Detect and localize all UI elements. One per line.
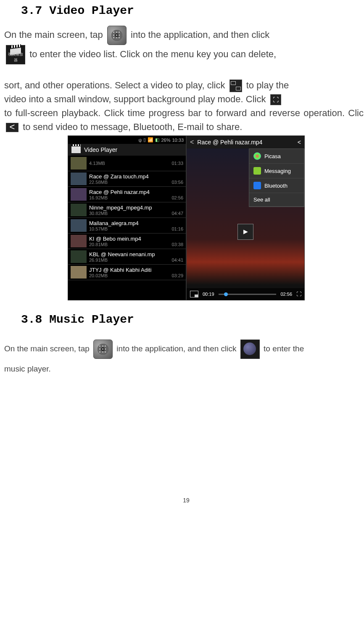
fullscreen-icon: ⛶ (270, 94, 281, 105)
screenshot-video-playing: < Race @ Pehli nazar.mp4 < Picasa Messag… (186, 135, 305, 300)
video-list-item[interactable]: JTYJ @ Kabhi Kabhi Aditi 20.02MB03:29 (68, 265, 186, 280)
text: video into a small window, support backg… (4, 94, 269, 104)
screenshot-row: ψ ▯ 📶 ◧ 26% 10:33 Video Player 4.13MB01:… (4, 135, 364, 300)
video-list-item[interactable]: Mallana_alegra.mp4 10.57MB01:16 (68, 218, 186, 234)
video-size: 10.57MB (89, 226, 108, 231)
video-name: Ninne_mpeg4_mpeg4.mp (89, 204, 183, 211)
play-button[interactable]: ▶ (237, 224, 253, 240)
text: into the application, and then click (116, 344, 238, 353)
clock: 10:33 (172, 138, 184, 143)
text: to full-screen playback. Click time prog… (4, 108, 364, 118)
text: to play the (246, 80, 289, 90)
share-option-see-all[interactable]: See all (249, 193, 304, 207)
text: On the main screen, tap (4, 29, 106, 40)
video-duration: 04:47 (171, 211, 183, 216)
share-option-messaging[interactable]: Messaging (249, 164, 304, 178)
video-duration: 03:29 (171, 273, 183, 278)
time-total: 02:56 (280, 292, 292, 297)
video-list-item[interactable]: Ninne_mpeg4_mpeg4.mp 30.82MB04:47 (68, 202, 186, 218)
video-list-item[interactable]: KI @ Bebo mein.mp4 20.81MB03:38 (68, 234, 186, 249)
time-current: 00:19 (203, 292, 214, 297)
battery-pct: 26% (161, 138, 170, 143)
app-header: Video Player (68, 144, 186, 156)
video-thumbnail (71, 188, 87, 201)
text: to enter the video list. Click on the me… (29, 49, 276, 59)
battery-icon: ◧ (155, 137, 159, 143)
usb-icon: ψ (139, 138, 142, 143)
video-duration: 02:56 (171, 195, 183, 200)
video-size: 4.13MB (89, 161, 105, 166)
apps-icon (93, 340, 113, 359)
video-thumbnail (71, 219, 87, 232)
video-list-item[interactable]: 4.13MB01:33 (68, 156, 186, 171)
video-size: 20.02MB (89, 273, 108, 278)
video-size: 16.92MB (89, 195, 108, 200)
video-list-item[interactable]: Race @ Zara touch.mp4 22.58MB03:56 (68, 171, 186, 187)
video-name: Race @ Pehli nazar.mp4 (89, 189, 183, 195)
section-heading-video: 3.7 Video Player (21, 4, 364, 17)
video-thumbnail (71, 250, 87, 263)
pip-button[interactable] (190, 291, 198, 297)
picasa-icon (253, 152, 261, 160)
video-name: KI @ Bebo mein.mp4 (89, 236, 183, 242)
bluetooth-icon (253, 182, 261, 189)
video-name: Mallana_alegra.mp4 (89, 220, 183, 226)
video-list[interactable]: 4.13MB01:33 Race @ Zara touch.mp4 22.58M… (68, 156, 186, 280)
fullscreen-button[interactable]: ⛶ (296, 291, 301, 297)
back-icon[interactable]: < (190, 138, 194, 146)
video-title: Race @ Pehli nazar.mp4 (197, 139, 262, 146)
status-bar: ψ ▯ 📶 ◧ 26% 10:33 (68, 136, 186, 144)
video-player-app-icon: 视频播放器 (6, 45, 25, 64)
text: On the main screen, tap (4, 344, 92, 353)
sd-icon: ▯ (143, 137, 146, 143)
video-duration: 01:33 (171, 161, 183, 166)
video-duration: 04:41 (171, 257, 183, 263)
progress-bar[interactable] (219, 294, 277, 295)
video-controls: 00:19 02:56 ⛶ (187, 288, 304, 300)
video-name: KBL @ Neevani nenani.mp (89, 251, 183, 257)
video-thumbnail (71, 204, 87, 216)
pip-icon (229, 80, 242, 92)
video-thumbnail (71, 235, 87, 247)
screenshot-video-list: ψ ▯ 📶 ◧ 26% 10:33 Video Player 4.13MB01:… (68, 135, 186, 300)
video-name: JTYJ @ Kabhi Kabhi Aditi (89, 267, 183, 273)
video-list-item[interactable]: KBL @ Neevani nenani.mp 26.91MB04:41 (68, 249, 186, 265)
text: music player. (4, 364, 51, 373)
section-heading-music: 3.8 Music Player (21, 313, 364, 326)
signal-icon: 📶 (148, 137, 153, 143)
video-thumbnail (71, 266, 87, 279)
apps-icon (107, 26, 127, 45)
video-size: 22.58MB (89, 180, 108, 185)
page-number: 19 (4, 497, 364, 504)
video-size: 30.82MB (89, 211, 108, 216)
share-option-bluetooth[interactable]: Bluetooth (249, 178, 304, 193)
share-icon: < (6, 123, 18, 132)
music-paragraph: On the main screen, tap into the applica… (4, 339, 364, 379)
app-title: Video Player (84, 146, 117, 153)
text: into the application, and then click (131, 29, 269, 40)
share-icon[interactable]: < (298, 139, 301, 146)
video-duration: 01:16 (171, 226, 183, 231)
share-option-picasa[interactable]: Picasa (249, 149, 304, 164)
text: to send video to message, Bluetooth, E-m… (23, 122, 242, 132)
video-size: 26.91MB (89, 257, 108, 263)
share-menu: Picasa Messaging Bluetooth See all (249, 149, 304, 207)
text: sort, and other operations. Select a vid… (4, 80, 228, 90)
video-header: < Race @ Pehli nazar.mp4 < (187, 136, 304, 149)
video-duration: 03:56 (171, 180, 183, 185)
video-duration: 03:38 (171, 242, 183, 247)
video-thumbnail (71, 157, 87, 170)
text: to enter the (264, 344, 304, 353)
music-app-icon (240, 340, 260, 359)
video-area[interactable]: Picasa Messaging Bluetooth See all ▶ 00:… (187, 149, 304, 300)
video-list-item[interactable]: Race @ Pehli nazar.mp4 16.92MB02:56 (68, 187, 186, 202)
video-paragraph: On the main screen, tap into the applica… (4, 26, 364, 134)
video-thumbnail (71, 172, 87, 185)
video-name: Race @ Zara touch.mp4 (89, 173, 183, 180)
video-player-icon (71, 146, 81, 153)
video-size: 20.81MB (89, 242, 108, 247)
messaging-icon (253, 167, 261, 175)
